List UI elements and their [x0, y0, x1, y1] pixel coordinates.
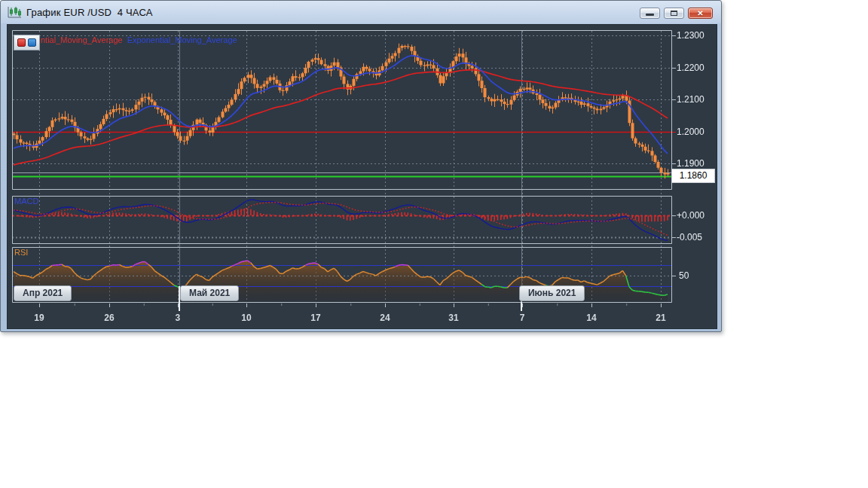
ema-red-toggle-button[interactable] — [17, 38, 26, 47]
ema-blue-label: Exponential_Moving_Average — [127, 35, 237, 44]
macd-axis-label: +0.000 — [677, 210, 704, 221]
time-axis-label: 21 — [650, 313, 671, 323]
price-axis-label: 1.2100 — [677, 94, 704, 105]
titlebar[interactable]: График EUR /USD 4 ЧАСА ✕ — [1, 1, 721, 23]
chart-window: График EUR /USD 4 ЧАСА ✕ ntial_Moving_Av… — [0, 0, 722, 332]
chart-client-area: ntial_Moving_Average Exponential_Moving_… — [7, 24, 717, 329]
rsi-axis-label: 50 — [679, 270, 689, 281]
month-label: Июнь 2021 — [519, 285, 585, 301]
month-label: Май 2021 — [180, 285, 239, 301]
current-price-box: 1.1860 — [671, 169, 715, 183]
rsi-label: RSI — [14, 248, 28, 257]
time-axis-label: 3 — [167, 313, 188, 323]
time-axis-label: 7 — [512, 313, 533, 323]
price-axis-label: 1.2300 — [677, 30, 704, 41]
maximize-icon — [671, 11, 677, 16]
close-icon: ✕ — [689, 8, 712, 18]
time-axis-label: 26 — [99, 313, 120, 323]
macd-label: MACD — [14, 197, 38, 206]
time-axis-label: 24 — [374, 313, 396, 323]
ema-red-label: ntial_Moving_Average — [41, 35, 123, 44]
price-axis-label: 1.2200 — [677, 63, 704, 73]
time-axis-label: 17 — [305, 313, 326, 323]
minimize-button[interactable] — [640, 8, 660, 19]
maximize-button[interactable] — [664, 8, 684, 19]
indicator-legend: ntial_Moving_Average Exponential_Moving_… — [41, 35, 237, 44]
time-axis-label: 14 — [581, 313, 602, 323]
minimize-icon — [646, 14, 654, 16]
candlestick-chart-icon — [7, 6, 22, 19]
window-controls: ✕ — [640, 8, 713, 19]
price-chart-canvas[interactable] — [8, 25, 717, 328]
macd-axis-label: -0.005 — [677, 232, 702, 242]
month-label: Апр 2021 — [14, 285, 72, 301]
time-axis-label: 19 — [29, 313, 50, 323]
window-title: График EUR /USD 4 ЧАСА — [26, 7, 153, 18]
time-axis-label: 31 — [443, 313, 464, 323]
indicator-toggle-buttons[interactable] — [14, 35, 40, 50]
time-axis-label: 10 — [236, 313, 257, 323]
ema-blue-toggle-button[interactable] — [28, 38, 36, 47]
price-axis-label: 1.2000 — [677, 127, 704, 137]
close-button[interactable]: ✕ — [688, 8, 713, 19]
price-axis-label: 1.1900 — [677, 158, 704, 169]
